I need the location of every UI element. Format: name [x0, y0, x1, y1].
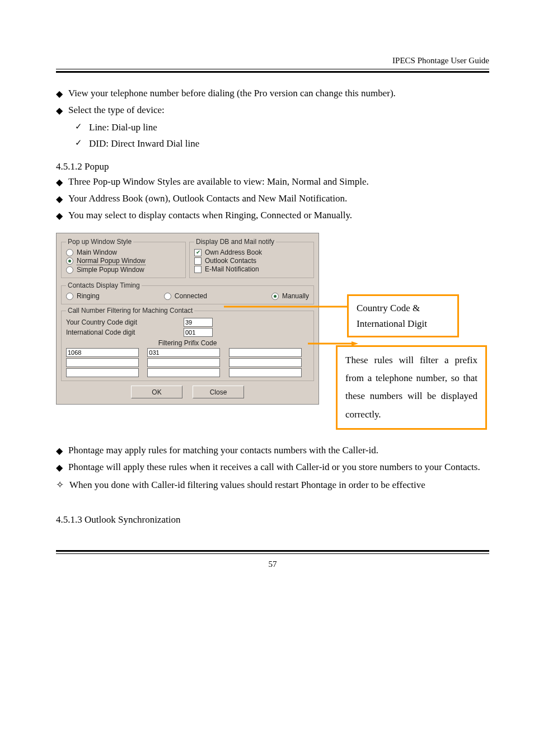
radio-label: Normal Popup Window — [77, 257, 146, 265]
diamond-icon: ◆ — [56, 444, 63, 458]
label-intl-code: International Code digit — [66, 328, 184, 336]
check-email-notification[interactable]: E-Mail Notification — [194, 265, 309, 273]
check-label: E-Mail Notification — [205, 265, 259, 273]
bullet-text: You may select to display contacts when … — [68, 208, 352, 223]
popup-settings-dialog: Pop up Window Style Main Window Normal P… — [56, 233, 319, 405]
fieldset-db-mail: Display DB and Mail notify Own Address B… — [189, 238, 314, 278]
callout-line: Country Code & — [357, 300, 449, 316]
radio-ringing[interactable]: Ringing — [66, 292, 100, 300]
bullet-matching-rules: ◆ Phontage may apply rules for matching … — [56, 443, 489, 458]
close-button[interactable]: Close — [193, 386, 244, 398]
callout-country-code: Country Code & International Digit — [347, 294, 459, 337]
input-prefix-2[interactable] — [147, 348, 220, 357]
callout-line: International Digit — [357, 316, 449, 331]
radio-main-window[interactable]: Main Window — [66, 248, 181, 256]
input-intl-code[interactable] — [184, 328, 213, 337]
bullet-list-2: ◆ Three Pop-up Window Styles are availab… — [56, 175, 489, 223]
bullet-apply-rules: ◆ Phontage will apply these rules when i… — [56, 460, 489, 475]
prefix-grid — [66, 348, 309, 377]
radio-label: Ringing — [77, 292, 100, 300]
input-prefix-8[interactable] — [147, 368, 220, 377]
diamond-icon: ◆ — [56, 461, 63, 475]
diamond-icon: ◆ — [56, 87, 63, 101]
radio-label: Manually — [282, 292, 309, 300]
header-rule-thin — [56, 69, 489, 69]
bullet-select-device: ◆ Select the type of device: — [56, 103, 489, 118]
check-did: ✓ DID: Direct Inward Dial line — [75, 136, 489, 151]
page-header: IPECS Phontage User Guide — [56, 56, 489, 69]
section-heading-popup: 4.5.1.2 Popup — [56, 161, 489, 172]
note-text: When you done with Caller-id filtering v… — [69, 478, 425, 492]
diamond-icon: ◆ — [56, 209, 63, 223]
bullet-view-number: ◆ View your telephone number before dial… — [56, 86, 489, 101]
radio-label: Connected — [175, 292, 207, 300]
checkbox-icon — [194, 249, 202, 256]
radio-simple-popup[interactable]: Simple Popup Window — [66, 266, 181, 274]
ok-label: OK — [152, 388, 161, 396]
legend-timing: Contacts Display Timing — [66, 281, 142, 289]
bullet-text: Your Address Book (own), Outlook Contact… — [68, 191, 347, 206]
legend-db-mail: Display DB and Mail notify — [194, 238, 276, 246]
bullet-text: Phontage will apply these rules when it … — [68, 460, 480, 475]
input-prefix-1[interactable] — [66, 348, 139, 357]
close-label: Close — [210, 388, 227, 396]
section-heading-outlook: 4.5.1.3 Outlook Synchronization — [56, 514, 489, 525]
check-label: DID: Direct Inward Dial line — [89, 136, 199, 151]
checkbox-icon — [194, 257, 202, 265]
input-prefix-7[interactable] — [66, 368, 139, 377]
legend-popup-style: Pop up Window Style — [66, 238, 133, 246]
bullet-window-styles: ◆ Three Pop-up Window Styles are availab… — [56, 175, 489, 189]
input-prefix-5[interactable] — [147, 358, 220, 367]
radio-icon — [271, 293, 279, 300]
radio-label: Simple Popup Window — [77, 266, 144, 274]
sub-check-list: ✓ Line: Dial-up line ✓ DID: Direct Inwar… — [75, 120, 489, 151]
bullet-text: View your telephone number before dialin… — [68, 86, 396, 101]
bullet-list-1: ◆ View your telephone number before dial… — [56, 86, 489, 118]
footer-rule-thick — [56, 550, 489, 552]
bullet-text: Select the type of device: — [68, 103, 165, 118]
check-label: Own Address Book — [205, 248, 262, 256]
input-prefix-3[interactable] — [229, 348, 302, 357]
radio-label: Main Window — [77, 248, 117, 256]
label-prefix-title: Filtering Prifix Code — [66, 339, 309, 347]
bullet-address-outlook: ◆ Your Address Book (own), Outlook Conta… — [56, 191, 489, 206]
check-line: ✓ Line: Dial-up line — [75, 120, 489, 135]
page-footer: 57 — [56, 554, 489, 569]
label-country-code: Your Country Code digit — [66, 318, 184, 326]
header-title: IPECS Phontage User Guide — [392, 56, 489, 65]
diamond-icon: ◆ — [56, 176, 63, 189]
diamond-icon: ◆ — [56, 104, 63, 118]
radio-icon — [66, 266, 73, 274]
fieldset-popup-style: Pop up Window Style Main Window Normal P… — [61, 238, 186, 278]
bullet-display-timing: ◆ You may select to display contacts whe… — [56, 208, 489, 223]
check-icon: ✓ — [75, 120, 82, 133]
check-label: Outlook Contacts — [205, 257, 256, 265]
input-country-code[interactable] — [184, 318, 213, 327]
bullet-list-3: ◆ Phontage may apply rules for matching … — [56, 443, 489, 475]
fieldset-filtering: Call Number Filtering for Maching Contac… — [61, 307, 314, 381]
bullet-text: Phontage may apply rules for matching yo… — [68, 443, 378, 458]
dialog-screenshot-area: Pop up Window Style Main Window Normal P… — [56, 233, 489, 430]
page-number: 57 — [269, 560, 277, 569]
radio-normal-popup[interactable]: Normal Popup Window — [66, 257, 181, 265]
radio-icon — [66, 257, 73, 265]
input-prefix-9[interactable] — [229, 368, 302, 377]
radio-icon — [66, 293, 73, 300]
checkbox-icon — [194, 266, 202, 273]
note-diamond-icon: ✧ — [56, 478, 64, 492]
bullet-text: Three Pop-up Window Styles are available… — [68, 175, 369, 189]
radio-manually[interactable]: Manually — [271, 292, 309, 300]
legend-filtering: Call Number Filtering for Maching Contac… — [66, 307, 194, 314]
fieldset-timing: Contacts Display Timing Ringing Connecte… — [61, 281, 314, 304]
ok-button[interactable]: OK — [131, 386, 182, 398]
callout-text: These rules will filter a prefix from a … — [345, 355, 477, 420]
note-restart: ✧ When you done with Caller-id filtering… — [56, 478, 489, 492]
check-outlook-contacts[interactable]: Outlook Contacts — [194, 257, 309, 265]
check-icon: ✓ — [75, 136, 82, 149]
radio-connected[interactable]: Connected — [164, 292, 207, 300]
input-prefix-4[interactable] — [66, 358, 139, 367]
radio-icon — [164, 293, 171, 300]
radio-icon — [66, 249, 73, 256]
check-own-addressbook[interactable]: Own Address Book — [194, 248, 309, 256]
input-prefix-6[interactable] — [229, 358, 302, 367]
